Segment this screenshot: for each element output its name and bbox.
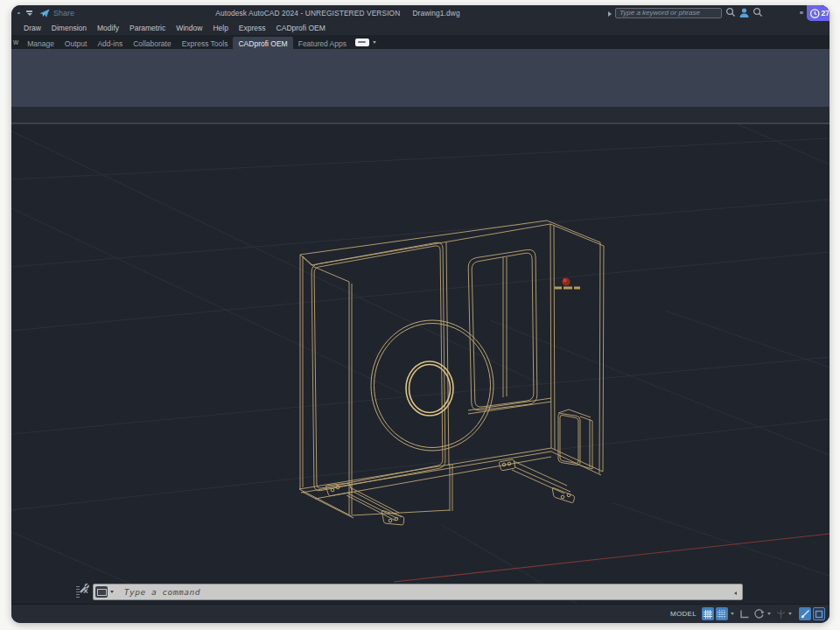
snap-dropdown-icon[interactable]: [731, 612, 734, 615]
chevron-down-icon: [373, 41, 376, 44]
file-tab-band: [11, 107, 830, 124]
clock-icon: [809, 8, 821, 19]
ribbon-tab-output[interactable]: Output: [60, 37, 93, 49]
ribbon-panel-area: [11, 49, 830, 107]
isodraft-dropdown-icon[interactable]: [788, 612, 792, 615]
model-space-button[interactable]: MODEL: [670, 610, 696, 618]
polar-tracking-button[interactable]: [753, 608, 765, 620]
autocad-window: Share Autodesk AutoCAD 2024 - UNREGISTER…: [11, 5, 830, 623]
wireframe-drawing: [11, 124, 830, 604]
recent-commands-icon[interactable]: [110, 591, 114, 593]
command-line-dock: × Type a command: [76, 583, 743, 600]
ortho-mode-button[interactable]: [739, 609, 750, 620]
title-bar: Share Autodesk AutoCAD 2024 - UNREGISTER…: [11, 5, 830, 21]
polar-dropdown-icon[interactable]: [767, 612, 771, 615]
ribbon-tab-express-tools[interactable]: Express Tools: [177, 37, 234, 49]
ribbon-tab-bar: w ManageOutputAdd-insCollaborateExpress …: [11, 35, 830, 49]
search-expand-icon[interactable]: [608, 11, 612, 17]
sign-in-user-icon[interactable]: [738, 7, 750, 18]
drawing-viewport[interactable]: × Type a command: [11, 124, 830, 604]
ribbon-tab-partial[interactable]: w: [11, 35, 22, 49]
search-input[interactable]: Type a keyword or phrase: [615, 8, 722, 18]
command-placeholder-text: Type a command: [124, 587, 200, 597]
ribbon-tab-cadprofi-oem[interactable]: CADprofi OEM: [233, 37, 292, 49]
command-history-icon[interactable]: [734, 592, 737, 595]
osnap-line-icon: [801, 609, 810, 619]
ribbon-tab-add-ins[interactable]: Add-ins: [92, 37, 128, 49]
ribbon-tab-collaborate[interactable]: Collaborate: [128, 37, 176, 49]
ribbon-display-toggle[interactable]: [355, 35, 376, 49]
grid-icon: [704, 610, 712, 619]
menu-draw[interactable]: Draw: [18, 21, 46, 35]
menu-parametric[interactable]: Parametric: [124, 21, 171, 35]
command-input[interactable]: Type a command: [93, 584, 743, 600]
search-icon[interactable]: [725, 7, 736, 18]
menu-cadprofi-oem[interactable]: CADprofi OEM: [271, 21, 331, 35]
ribbon-panel-icon: [355, 38, 369, 46]
wrench-icon[interactable]: [79, 583, 90, 594]
ribbon-tab-featured-apps[interactable]: Featured Apps: [293, 37, 352, 49]
object-snap-button[interactable]: [799, 607, 811, 620]
menu-help[interactable]: Help: [207, 21, 233, 35]
isometric-drafting-button[interactable]: [776, 609, 786, 620]
snap-mode-button[interactable]: [716, 607, 728, 620]
help-search-icon[interactable]: [752, 7, 763, 18]
annotation-square-icon: [815, 610, 823, 619]
menu-express[interactable]: Express: [234, 21, 271, 35]
status-bar: MODEL: [11, 604, 830, 623]
menu-bar: DrawDimensionModifyParametricWindowHelpE…: [11, 21, 830, 35]
grid-display-button[interactable]: [702, 607, 714, 620]
menu-modify[interactable]: Modify: [92, 21, 124, 35]
desktop: { "window": { "title": "Autodesk AutoCAD…: [0, 0, 840, 630]
titlebar-overflow-icon[interactable]: [800, 11, 803, 14]
command-line-icon[interactable]: [95, 586, 108, 598]
menu-dimension[interactable]: Dimension: [46, 21, 92, 35]
menu-window[interactable]: Window: [171, 21, 207, 35]
trial-countdown-badge[interactable]: 27: [807, 5, 830, 21]
ribbon-tab-manage[interactable]: Manage: [22, 37, 60, 49]
annotation-visibility-button[interactable]: [813, 607, 825, 620]
snap-grid-icon: [718, 610, 726, 619]
trial-days-text: 27: [822, 9, 830, 18]
